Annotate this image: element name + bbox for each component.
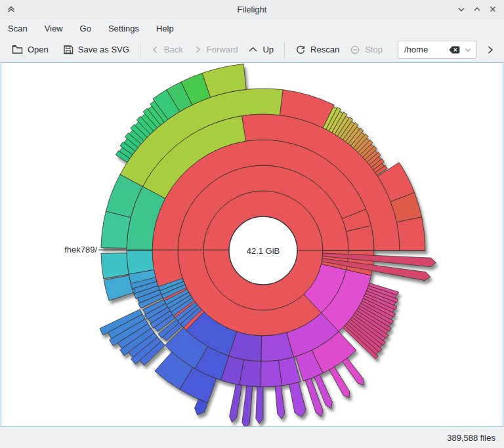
total-size-label: 42.1 GiB xyxy=(247,246,280,256)
close-button[interactable] xyxy=(488,5,497,14)
open-button[interactable]: Open xyxy=(7,40,54,60)
menubar: Scan View Go Settings Help xyxy=(0,19,504,37)
overflow-icon xyxy=(486,45,495,55)
up-icon xyxy=(248,45,258,54)
menu-settings[interactable]: Settings xyxy=(108,24,139,33)
forward-button[interactable]: Forward xyxy=(188,40,243,60)
toolbar-separator xyxy=(284,42,285,58)
save-icon xyxy=(63,45,74,55)
dropdown-arrow-icon[interactable] xyxy=(464,46,472,54)
back-icon xyxy=(151,45,159,54)
menu-help[interactable]: Help xyxy=(156,24,174,33)
location-combobox[interactable]: /home xyxy=(398,41,476,59)
stop-icon xyxy=(350,45,360,55)
minimize-button[interactable] xyxy=(457,5,466,14)
maximize-button[interactable] xyxy=(472,5,482,14)
location-value[interactable]: /home xyxy=(404,45,448,54)
toolbar-overflow-button[interactable] xyxy=(483,45,497,55)
menu-view[interactable]: View xyxy=(45,24,63,33)
folder-open-icon xyxy=(12,45,23,54)
rescan-button[interactable]: Rescan xyxy=(290,40,345,60)
radial-map-view: 42.1 GiBfhek789/ xyxy=(1,62,503,427)
menu-scan[interactable]: Scan xyxy=(8,24,28,33)
statusbar: 389,588 files xyxy=(0,427,504,448)
stop-button[interactable]: Stop xyxy=(345,40,388,60)
window-title: Filelight xyxy=(0,5,504,14)
up-button[interactable]: Up xyxy=(243,40,279,60)
hovered-folder-label: fhek789/ xyxy=(64,245,97,255)
sunburst-chart[interactable]: 42.1 GiBfhek789/ xyxy=(1,63,503,426)
menu-go[interactable]: Go xyxy=(80,24,91,33)
rescan-icon xyxy=(295,45,306,55)
toolbar-separator xyxy=(140,42,140,58)
titlebar: Filelight xyxy=(0,0,504,19)
clear-text-icon[interactable] xyxy=(448,45,461,54)
forward-icon xyxy=(194,45,202,54)
save-as-svg-button[interactable]: Save as SVG xyxy=(58,40,135,60)
file-count-label: 389,588 files xyxy=(447,433,495,443)
toolbar: Open Save as SVG Back Forward Up Rescan xyxy=(0,37,504,62)
back-button[interactable]: Back xyxy=(146,40,188,60)
